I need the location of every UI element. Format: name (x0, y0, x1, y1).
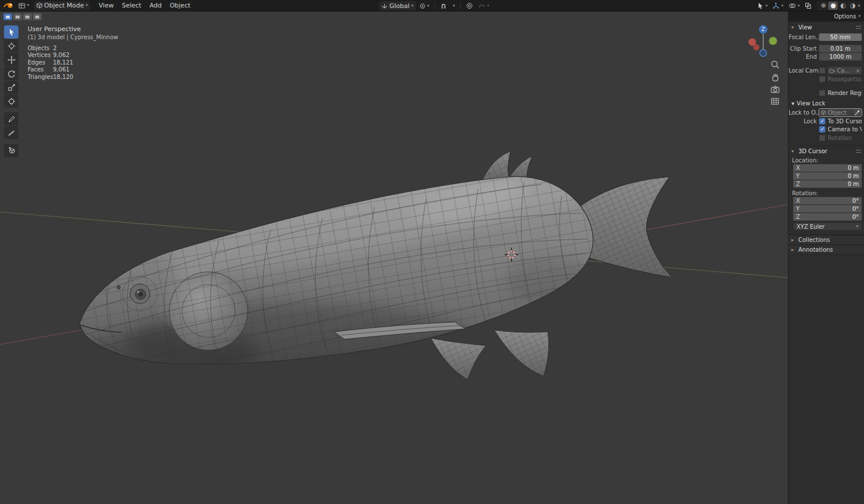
add-cube-icon (7, 147, 16, 155)
tool-measure[interactable] (4, 126, 18, 139)
eyedropper-icon (854, 109, 861, 116)
clip-start-field[interactable]: 0.01 m (819, 45, 862, 52)
crosshair-circle-icon (7, 42, 16, 50)
passepartout-row: Passepartout (789, 75, 862, 83)
focal-length-label: Focal Len... (789, 34, 819, 40)
snap-toggle[interactable] (438, 1, 449, 10)
local-camera-checkbox[interactable] (819, 67, 825, 74)
zoom-button[interactable] (769, 59, 780, 70)
pivot-dropdown[interactable]: ▾ (417, 1, 432, 10)
local-camera-field[interactable]: Ca... × (828, 67, 862, 74)
clip-end-field[interactable]: 1000 m (819, 53, 862, 60)
render-region-checkbox[interactable] (819, 90, 825, 96)
clip-end-label: End (789, 54, 819, 60)
perspective-toggle-button[interactable] (769, 96, 780, 107)
shading-wireframe-button[interactable]: ⊕ (818, 2, 828, 10)
options-dropdown[interactable]: Options ▾ (834, 13, 861, 20)
nostril (117, 286, 120, 289)
panel-view-lock-header[interactable]: ▾ View Lock (789, 99, 864, 108)
rotate-arc-icon (7, 70, 16, 78)
clear-icon[interactable]: × (855, 68, 860, 74)
cursor-rotation-z-field[interactable]: Z 0° (793, 213, 862, 221)
menu-add[interactable]: Add (145, 1, 165, 10)
menu-select[interactable]: Select (118, 1, 145, 10)
pan-button[interactable] (769, 71, 780, 82)
tool-cursor[interactable] (4, 39, 18, 52)
camera-view-button[interactable] (769, 84, 780, 94)
panel-grip-icon[interactable] (856, 150, 861, 153)
tool-transform[interactable] (4, 94, 18, 108)
chevron-down-icon[interactable]: ▾ (858, 4, 860, 8)
chevron-down-icon: ▾ (856, 225, 858, 229)
object-visibility-dropdown[interactable]: ▾ (755, 1, 770, 10)
proportional-editing-toggle[interactable] (464, 1, 475, 10)
mode-dropdown[interactable]: Object Mode ▾ (34, 1, 90, 10)
proportional-circle-icon (466, 2, 473, 9)
passepartout-checkbox[interactable] (819, 76, 825, 82)
eyedropper-button[interactable] (853, 109, 862, 116)
panel-grip-icon[interactable] (856, 26, 861, 29)
viewport-3d[interactable]: User Perspective (1) 3d model | Cypress_… (0, 12, 788, 504)
pivot-point-icon (419, 3, 426, 9)
camera-to-view-label: Camera to Vi... (828, 126, 862, 132)
cursor-rotation-y-field[interactable]: Y 0° (793, 205, 862, 213)
falloff-curve-icon (479, 3, 486, 9)
cursor-location-z-field[interactable]: Z 0 m (793, 180, 862, 188)
cursor-location-y-field[interactable]: Y 0 m (793, 172, 862, 180)
lock-object-field[interactable]: Object (819, 109, 852, 116)
chevron-down-icon: ▾ (27, 3, 29, 7)
tool-rotate[interactable] (4, 67, 18, 80)
tool-select-box[interactable] (4, 25, 18, 39)
orientation-label: Global (389, 2, 410, 10)
editor-type-button[interactable]: ▾ (16, 1, 32, 10)
navigation-gizmo[interactable]: Z (745, 23, 781, 59)
select-mode-new-button[interactable] (3, 13, 12, 20)
panel-view-header[interactable]: ▾ View (789, 22, 864, 32)
gizmo-z-negative[interactable] (760, 50, 767, 56)
cursor-rotation-x-field[interactable]: X 0° (793, 197, 862, 204)
snap-dropdown[interactable]: ▾ (450, 1, 457, 10)
focal-length-field[interactable]: 50 mm (819, 33, 862, 41)
xray-toggle[interactable] (802, 1, 814, 10)
shading-material-button[interactable]: ◐ (838, 2, 847, 10)
grid-icon (770, 96, 780, 107)
select-mode-group (3, 13, 41, 20)
lock-to-object-group: Object (819, 109, 862, 116)
lock-rotation-checkbox[interactable] (819, 135, 825, 141)
select-mode-extend-button[interactable] (13, 13, 22, 20)
shading-rendered-button[interactable]: ◑ (848, 2, 857, 10)
orientation-dropdown[interactable]: Global ▾ (379, 1, 416, 10)
gizmos-dropdown[interactable]: ▾ (770, 1, 786, 10)
tool-annotate[interactable] (4, 112, 18, 126)
magnifier-icon (770, 59, 780, 70)
cursor-location-x-field[interactable]: X 0 m (793, 164, 862, 172)
gizmo-y-axis[interactable] (769, 37, 777, 45)
tool-move[interactable] (4, 53, 18, 66)
tool-add-cube[interactable] (4, 144, 18, 157)
lock-rotation-label: Rotation (828, 135, 852, 141)
panel-title: View (798, 24, 812, 31)
camera-to-view-checkbox[interactable] (819, 126, 825, 132)
euler-mode-dropdown[interactable]: XYZ Euler ▾ (793, 222, 862, 230)
menu-object[interactable]: Object (166, 1, 195, 10)
render-region-row: Render Regi... (789, 89, 862, 97)
gizmo-x-negative[interactable] (753, 44, 760, 51)
divider (434, 2, 435, 9)
orientation-axes-icon (381, 3, 388, 9)
tool-scale[interactable] (4, 81, 18, 94)
spacer (789, 41, 864, 44)
falloff-dropdown[interactable]: ▾ (476, 1, 492, 10)
scene-collection-label: (1) 3d model | Cypress_Minnow (28, 33, 118, 41)
blender-logo-icon[interactable] (3, 2, 14, 10)
mode-label: Object Mode (44, 2, 84, 9)
select-mode-subtract-button[interactable] (23, 13, 32, 20)
panel-3d-cursor-header[interactable]: ▾ 3D Cursor (789, 146, 864, 156)
panel-annotations-header[interactable]: ▸ Annotations (789, 245, 864, 255)
panel-collections-header[interactable]: ▸ Collections (789, 235, 864, 245)
shading-solid-button[interactable]: ● (828, 2, 838, 10)
overlays-dropdown[interactable]: ▾ (786, 1, 802, 10)
menu-view[interactable]: View (94, 1, 118, 10)
scene-canvas[interactable] (0, 12, 788, 504)
select-mode-intersect-button[interactable] (33, 13, 41, 20)
to-3d-cursor-checkbox[interactable] (819, 118, 825, 124)
